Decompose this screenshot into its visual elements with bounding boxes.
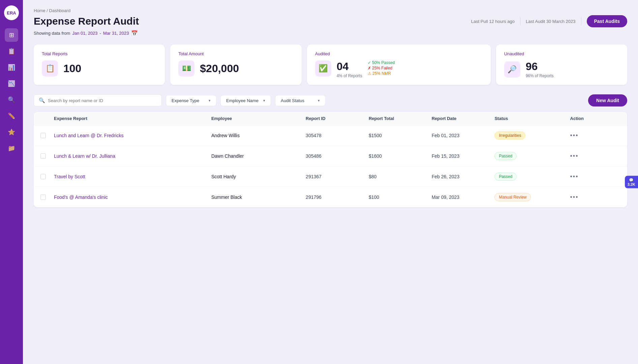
report-date-cell: Feb 26, 2023 (432, 174, 495, 179)
date-start: Jan 01, 2023 (72, 31, 97, 36)
audit-status-dropdown[interactable]: Audit Status ▾ (275, 95, 326, 106)
total-amount-label: Total Amount (178, 51, 293, 56)
unaudited-icon: 🔎 (504, 61, 520, 78)
calendar-icon[interactable]: 📅 (131, 30, 138, 36)
total-amount-icon: 💵 (178, 60, 194, 77)
report-date-cell: Mar 09, 2023 (432, 194, 495, 200)
table-row: Food's @ Amanda's clinic Summer Black 29… (34, 187, 627, 207)
status-badge-cell: Irregularities (494, 131, 570, 140)
page-header: Expense Report Audit Last Pull 12 hours … (34, 15, 627, 27)
report-id-cell: 291796 (306, 194, 369, 200)
expense-type-chevron-icon: ▾ (209, 98, 211, 103)
total-reports-icon: 📋 (42, 60, 58, 77)
sidebar: ERA ⊞ 📋 📊 📉 🔍 ✏️ ⭐ 📁 (0, 0, 23, 364)
search-input[interactable] (48, 98, 157, 103)
total-amount-value: $20,000 (200, 62, 239, 75)
sidebar-icon-star[interactable]: ⭐ (5, 125, 18, 139)
sidebar-icon-search[interactable]: 🔍 (5, 93, 18, 107)
expense-report-name[interactable]: Lunch and Learn @ Dr. Fredricks (54, 133, 211, 138)
chat-icon: 💬 (629, 178, 634, 182)
col-action: Action (570, 116, 620, 121)
audited-label: Audited (315, 51, 483, 56)
table-row: Lunch & Learn w/ Dr. Julliana Dawn Chand… (34, 146, 627, 166)
report-date-cell: Feb 15, 2023 (432, 153, 495, 159)
total-reports-value: 100 (63, 62, 81, 75)
audited-sub: 4% of Reports (337, 73, 362, 78)
last-pull-text: Last Pull 12 hours ago (471, 19, 515, 24)
report-id-cell: 291367 (306, 174, 369, 179)
status-badge-cell: Passed (494, 173, 570, 181)
action-menu-button[interactable]: ••• (570, 194, 620, 201)
status-badge: Manual Review (494, 193, 531, 201)
audited-passed: ✓ 50% Passed (368, 60, 395, 65)
report-total-cell: $1600 (369, 153, 432, 159)
col-report-date: Report Date (432, 116, 495, 121)
notification-bubble[interactable]: 💬 3.2K (625, 176, 638, 188)
sidebar-icon-reports[interactable]: 📋 (5, 44, 18, 58)
status-badge-cell: Manual Review (494, 193, 570, 201)
date-end: Mar 31, 2023 (103, 31, 129, 36)
header-right: Last Pull 12 hours ago Last Audit 30 Mar… (471, 15, 627, 27)
table-row: Lunch and Learn @ Dr. Fredricks Andrew W… (34, 125, 627, 146)
header-divider (520, 17, 520, 25)
employee-name-label: Employee Name (226, 98, 259, 103)
expense-type-dropdown[interactable]: Expense Type ▾ (166, 95, 216, 106)
unaudited-sub: 96% of Reports (526, 73, 554, 78)
col-expense-report: Expense Report (54, 116, 211, 121)
sidebar-icon-home[interactable]: ⊞ (5, 28, 18, 42)
action-menu-button[interactable]: ••• (570, 132, 620, 139)
page-title: Expense Report Audit (34, 16, 139, 27)
audited-nmr: ⚠ 25% NMR (368, 71, 395, 76)
table-row: Travel by Scott Scott Hardy 291367 $80 F… (34, 166, 627, 187)
stat-total-amount: Total Amount 💵 $20,000 (170, 44, 301, 85)
unaudited-label: Unaudited (504, 51, 619, 56)
report-total-cell: $100 (369, 194, 432, 200)
last-audit-text: Last Audit 30 March 2023 (526, 19, 575, 24)
col-status: Status (494, 116, 570, 121)
employee-name-cell: Summer Black (211, 194, 306, 200)
col-employee: Employee (211, 116, 306, 121)
status-badge-cell: Passed (494, 152, 570, 160)
action-menu-button[interactable]: ••• (570, 173, 620, 180)
sidebar-icon-analytics[interactable]: 📉 (5, 77, 18, 90)
status-badge: Passed (494, 152, 517, 160)
expense-report-name[interactable]: Lunch & Learn w/ Dr. Julliana (54, 153, 211, 159)
row-checkbox[interactable] (40, 194, 54, 200)
row-checkbox[interactable] (40, 133, 54, 138)
row-checkbox[interactable] (40, 174, 54, 179)
col-report-id: Report ID (306, 116, 369, 121)
new-audit-button[interactable]: New Audit (588, 94, 627, 107)
app-logo: ERA (4, 5, 19, 20)
expense-report-name[interactable]: Travel by Scott (54, 174, 211, 179)
audited-count: 04 (337, 60, 362, 73)
search-icon: 🔍 (39, 97, 45, 103)
report-total-cell: $80 (369, 174, 432, 179)
table-header: Expense Report Employee Report ID Report… (34, 112, 627, 125)
report-id-cell: 305478 (306, 133, 369, 138)
employee-name-cell: Scott Hardy (211, 174, 306, 179)
date-range: Showing data from Jan 01, 2023 - Mar 31,… (34, 30, 627, 36)
employee-name-cell: Dawn Chandler (211, 153, 306, 159)
status-badge: Passed (494, 173, 517, 181)
expense-type-label: Expense Type (172, 98, 199, 103)
past-audits-button[interactable]: Past Audits (587, 15, 628, 27)
report-id-cell: 305486 (306, 153, 369, 159)
action-menu-button[interactable]: ••• (570, 153, 620, 160)
sidebar-icon-folder[interactable]: 📁 (5, 142, 18, 155)
col-checkbox (40, 116, 54, 121)
stat-total-reports: Total Reports 📋 100 (34, 44, 165, 85)
sidebar-icon-edit[interactable]: ✏️ (5, 109, 18, 123)
expense-report-name[interactable]: Food's @ Amanda's clinic (54, 194, 211, 200)
employee-name-dropdown[interactable]: Employee Name ▾ (220, 95, 271, 106)
sidebar-icon-dashboard[interactable]: 📊 (5, 61, 18, 74)
main-content: Home / Dashboard Expense Report Audit La… (23, 0, 638, 364)
controls-row: 🔍 Expense Type ▾ Employee Name ▾ Audit S… (34, 94, 627, 107)
stats-row: Total Reports 📋 100 Total Amount 💵 $20,0… (34, 44, 627, 85)
row-checkbox[interactable] (40, 153, 54, 159)
audited-breakdown: ✓ 50% Passed ✗ 25% Failed ⚠ 25% NMR (368, 60, 395, 76)
date-label: Showing data from (34, 31, 70, 36)
audited-failed: ✗ 25% Failed (368, 66, 395, 70)
col-report-total: Report Total (369, 116, 432, 121)
employee-name-cell: Andrew Willis (211, 133, 306, 138)
search-box[interactable]: 🔍 (34, 94, 162, 107)
